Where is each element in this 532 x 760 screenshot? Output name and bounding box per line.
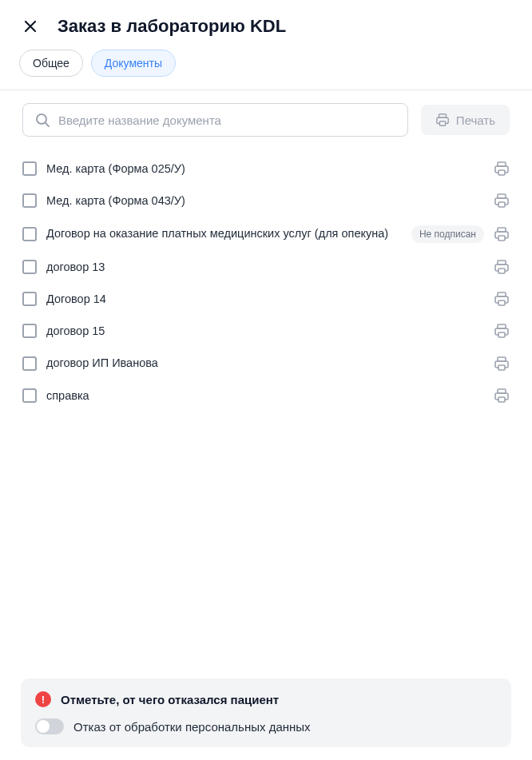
svg-rect-6	[498, 202, 505, 207]
print-icon	[494, 388, 510, 404]
close-button[interactable]	[22, 18, 38, 34]
document-label: Договор 14	[46, 291, 484, 307]
document-checkbox[interactable]	[22, 324, 37, 338]
print-icon	[494, 226, 510, 242]
document-checkbox[interactable]	[22, 292, 37, 306]
svg-rect-8	[498, 236, 505, 241]
document-row: Договор 14	[22, 283, 510, 315]
print-row-button[interactable]	[494, 388, 510, 404]
tabs: Общее Документы	[0, 50, 532, 90]
footer-card: ! Отметьте, от чего отказался пациент От…	[21, 678, 511, 747]
document-label: Договор на оказание платных медицинских …	[46, 225, 402, 241]
document-checkbox[interactable]	[22, 388, 37, 403]
print-icon	[494, 259, 510, 275]
document-label: договор 15	[46, 323, 484, 339]
print-row-button[interactable]	[494, 226, 510, 242]
footer-title: Отметьте, от чего отказался пациент	[61, 693, 279, 706]
svg-rect-4	[498, 170, 505, 175]
print-button-label: Печать	[456, 113, 495, 127]
document-checkbox[interactable]	[22, 260, 37, 274]
print-row-button[interactable]	[494, 291, 510, 307]
close-icon	[22, 18, 38, 34]
toggle-knob	[37, 720, 50, 733]
dialog-title: Заказ в лабораторию KDL	[58, 16, 286, 37]
print-icon	[494, 193, 510, 209]
search-icon	[34, 112, 50, 128]
document-row: договор ИП Иванова	[22, 347, 510, 379]
search-box[interactable]	[22, 103, 408, 137]
document-checkbox[interactable]	[22, 193, 37, 208]
document-row: Договор на оказание платных медицинских …	[22, 217, 510, 251]
search-input[interactable]	[58, 113, 396, 127]
svg-rect-18	[498, 397, 505, 402]
document-row: договор 13	[22, 251, 510, 283]
document-label: Мед. карта (Форма 025/У)	[46, 161, 484, 177]
print-icon	[494, 323, 510, 339]
print-icon	[494, 161, 510, 177]
print-row-button[interactable]	[494, 259, 510, 275]
print-icon	[435, 113, 450, 127]
print-icon	[494, 356, 510, 372]
svg-rect-14	[498, 332, 505, 337]
print-all-button[interactable]: Печать	[421, 105, 510, 135]
footer-title-row: ! Отметьте, от чего отказался пациент	[35, 691, 497, 707]
document-label: справка	[46, 388, 484, 404]
document-row: договор 15	[22, 315, 510, 347]
print-row-button[interactable]	[494, 323, 510, 339]
toggle-label: Отказ от обработки персональных данных	[73, 720, 311, 734]
document-row: Мед. карта (Форма 043/У)	[22, 185, 510, 217]
document-list: Мед. карта (Форма 025/У)Мед. карта (Форм…	[22, 153, 510, 412]
tab-general[interactable]: Общее	[19, 50, 83, 77]
tab-documents[interactable]: Документы	[91, 50, 176, 77]
document-row: справка	[22, 380, 510, 412]
document-label: Мед. карта (Форма 043/У)	[46, 193, 484, 209]
svg-rect-10	[498, 269, 505, 273]
document-checkbox[interactable]	[22, 161, 37, 176]
warning-icon: !	[35, 691, 51, 707]
document-label: договор ИП Иванова	[46, 355, 484, 371]
print-row-button[interactable]	[494, 356, 510, 372]
print-row-button[interactable]	[494, 193, 510, 209]
refusal-toggle[interactable]	[35, 718, 64, 734]
dialog-header: Заказ в лабораторию KDL	[0, 0, 532, 50]
document-label: договор 13	[46, 259, 484, 275]
search-row: Печать	[22, 103, 510, 137]
svg-rect-12	[498, 300, 505, 305]
status-badge: Не подписан	[411, 225, 484, 243]
svg-rect-2	[439, 121, 445, 125]
print-icon	[494, 291, 510, 307]
document-checkbox[interactable]	[22, 227, 37, 241]
toggle-row: Отказ от обработки персональных данных	[35, 718, 497, 734]
content-area: Печать Мед. карта (Форма 025/У)Мед. карт…	[0, 90, 532, 666]
document-row: Мед. карта (Форма 025/У)	[22, 153, 510, 185]
svg-point-0	[37, 114, 46, 124]
svg-rect-16	[498, 365, 505, 370]
document-checkbox[interactable]	[22, 356, 37, 371]
print-row-button[interactable]	[494, 161, 510, 177]
